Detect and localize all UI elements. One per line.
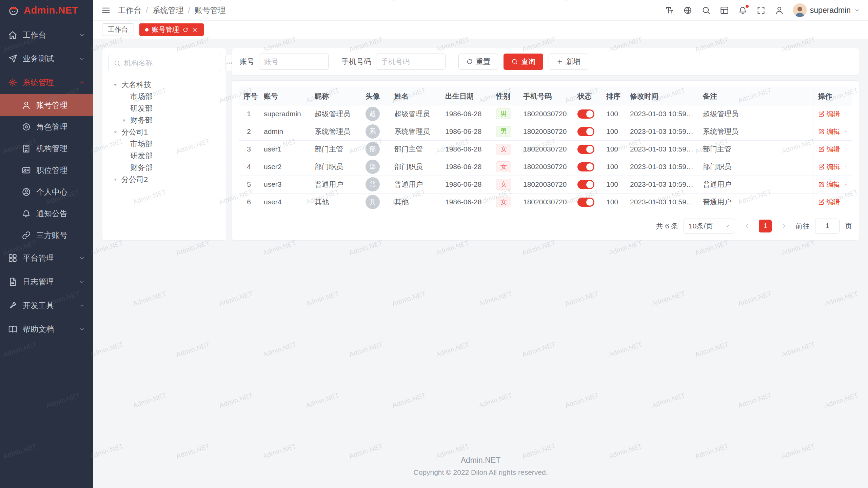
row-avatar: 系 [366,124,380,139]
add-button[interactable]: 新增 [549,54,588,70]
cell-account: admin [259,123,310,140]
row-more-button[interactable] [845,145,848,153]
row-more-button[interactable] [845,128,848,135]
edit-button[interactable]: 编辑 [818,109,840,119]
caret-down-icon[interactable] [111,128,119,136]
row-more-button[interactable] [845,110,848,118]
page-size-select[interactable]: 10条/页 [684,219,735,233]
tab-account-mgmt[interactable]: 账号管理 [139,23,204,36]
sidebar-item-org-mgmt[interactable]: 机构管理 [0,138,93,159]
edit-button[interactable]: 编辑 [818,145,840,154]
column-header: 手机号码 [518,87,573,105]
tree-node[interactable]: 分公司2 [108,174,220,185]
tree-node-label: 财务部 [130,163,153,173]
phone-filter-label: 手机号码 [341,57,371,67]
sidebar-item-system-mgmt[interactable]: 系统管理 [0,70,93,94]
caret-down-icon[interactable] [111,81,119,89]
search-button[interactable]: 查询 [504,54,543,70]
sidebar-item-third-account[interactable]: 三方账号 [0,224,93,246]
status-toggle[interactable] [577,198,594,207]
sidebar-item-platform-mgmt[interactable]: 平台管理 [0,246,93,270]
caret-right-icon[interactable] [111,176,119,184]
refresh-icon [466,58,473,65]
font-size-button[interactable] [665,6,674,15]
next-page-button[interactable] [777,220,790,232]
chevron-down-icon [854,7,860,13]
cell-phone: 18020030720 [518,105,573,123]
sidebar-item-business-test[interactable]: 业务测试 [0,47,93,70]
sidebar-item-dev-tools[interactable]: 开发工具 [0,293,93,317]
caret-right-icon[interactable] [120,116,128,124]
sidebar-item-help-docs[interactable]: 帮助文档 [0,317,93,341]
goto-unit-label: 页 [845,221,852,231]
column-header: 备注 [698,87,813,105]
goto-page-input[interactable] [815,219,840,233]
search-button[interactable] [702,6,711,15]
edit-button[interactable]: 编辑 [818,180,840,189]
row-more-button[interactable] [845,198,848,206]
chevron-down-icon [79,279,85,285]
footer-title: Admin.NET [93,456,868,465]
tree-node[interactable]: 研发部 [108,150,220,162]
sidebar-item-workbench[interactable]: 工作台 [0,23,93,47]
breadcrumb-item[interactable]: 系统管理 [152,5,183,16]
status-toggle[interactable] [577,145,594,154]
logo[interactable]: Admin.NET [0,0,93,20]
tree-node[interactable]: 财务部 [108,162,220,174]
cell-name: 超级管理员 [390,105,440,123]
row-more-button[interactable] [845,181,848,188]
search-icon [702,6,711,15]
cell-avatar: 其 [361,193,390,211]
tree-node[interactable]: 大名科技 [108,79,220,90]
org-tree: 大名科技市场部研发部财务部分公司1市场部研发部财务部分公司2 [108,79,220,185]
row-more-button[interactable] [845,163,848,170]
tab-workbench[interactable]: 工作台 [102,23,134,36]
sidebar-item-notice[interactable]: 通知公告 [0,203,93,224]
reset-button[interactable]: 重置 [458,54,498,70]
sidebar-item-log-mgmt[interactable]: 日志管理 [0,270,93,293]
tab-close-button[interactable] [192,27,198,33]
edit-button[interactable]: 编辑 [818,127,840,136]
sidebar-item-personal-center[interactable]: 个人中心 [0,181,93,203]
user-menu[interactable]: superadmin [793,3,860,17]
font-size-icon [665,6,674,15]
status-toggle[interactable] [577,162,594,171]
tree-node[interactable]: 财务部 [108,114,220,126]
tab-refresh-button[interactable] [182,27,189,33]
sidebar-item-position-mgmt[interactable]: 职位管理 [0,159,93,181]
tree-node[interactable]: 市场部 [108,138,220,150]
layout-button[interactable] [720,6,729,15]
fullscreen-icon [756,6,766,15]
chevron-down-icon [79,56,85,62]
status-toggle[interactable] [577,109,594,119]
hamburger-icon[interactable] [101,6,111,15]
sidebar-item-label: 业务测试 [23,54,73,64]
cell-actions: 编辑 [813,105,852,123]
search-icon [114,60,121,67]
edit-button[interactable]: 编辑 [818,162,840,171]
language-button[interactable] [683,6,692,15]
cell-nickname: 部门主管 [310,140,361,158]
cell-index: 4 [239,158,259,176]
breadcrumb-item[interactable]: 工作台 [118,5,141,16]
phone-filter-input[interactable] [376,54,446,70]
tree-node[interactable]: 研发部 [108,102,220,114]
account-filter-input[interactable] [259,54,329,70]
sidebar-item-account-mgmt[interactable]: 账号管理 [0,94,93,116]
tree-node[interactable]: 分公司1 [108,126,220,138]
org-search-input[interactable] [124,59,216,67]
tree-caret-spacer [120,152,128,160]
status-toggle[interactable] [577,127,594,136]
tree-node[interactable]: 市场部 [108,90,220,102]
table-row: 4user2部门职员部部门职员1986-06-28女18020030720100… [239,158,852,176]
table-row: 3user1部门主管部部门主管1986-06-28女18020030720100… [239,140,852,158]
org-tree-panel: 大名科技市场部研发部财务部分公司1市场部研发部财务部分公司2 [102,48,227,241]
user-button[interactable] [775,6,784,15]
notification-button[interactable] [738,6,747,15]
current-page-button[interactable]: 1 [759,220,772,232]
sidebar-item-role-mgmt[interactable]: 角色管理 [0,116,93,138]
prev-page-button[interactable] [741,220,753,232]
edit-button[interactable]: 编辑 [818,198,840,207]
status-toggle[interactable] [577,180,594,189]
fullscreen-button[interactable] [756,6,766,15]
